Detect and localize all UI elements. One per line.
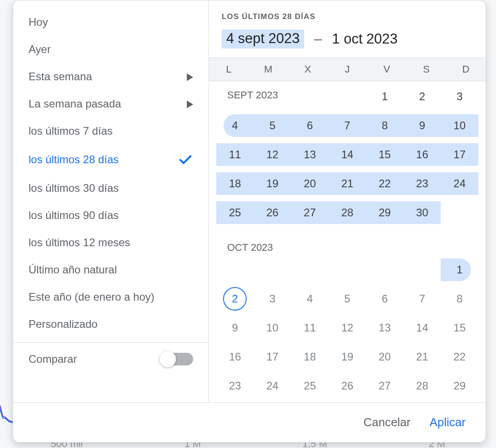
calendar-day-number: 9 <box>419 119 425 132</box>
calendar-day[interactable]: 18 <box>216 169 254 198</box>
calendar-day-number: 14 <box>416 321 428 334</box>
calendar-day-number: 7 <box>419 292 425 305</box>
preset-last-90[interactable]: los últimos 90 días <box>13 202 209 229</box>
calendar-day-number: 6 <box>307 119 313 132</box>
calendar-day-number: 9 <box>232 321 238 334</box>
cancel-button[interactable]: Cancelar <box>360 413 414 432</box>
calendar-day-number: 15 <box>379 148 391 161</box>
calendar-day[interactable]: 15 <box>366 140 404 169</box>
calendar-day[interactable]: 22 <box>366 169 404 198</box>
range-title: LOS ÚLTIMOS 28 DÍAS <box>222 12 473 21</box>
calendar-day[interactable]: 27 <box>291 198 329 227</box>
preset-yesterday[interactable]: Ayer <box>13 36 209 63</box>
calendar-day-number: 22 <box>453 351 466 363</box>
preset-last-12m[interactable]: los últimos 12 meses <box>13 229 209 256</box>
background-chart-fragment <box>0 404 13 425</box>
calendar-day[interactable]: 5 <box>254 111 292 140</box>
calendar-day-number: 17 <box>267 351 279 363</box>
calendar-blank-cell <box>216 255 254 284</box>
preset-this-week[interactable]: Esta semana▶ <box>13 63 209 90</box>
calendar-day[interactable]: 17 <box>441 140 478 169</box>
calendar-day[interactable]: 1 <box>441 255 478 284</box>
calendar-day[interactable]: 28 <box>329 198 366 227</box>
weekday-header-cell: M <box>248 58 288 81</box>
calendar-day[interactable]: 20 <box>291 169 329 198</box>
calendar-day[interactable]: 2 <box>216 284 254 313</box>
calendar-day-number: 27 <box>379 380 391 392</box>
calendar-day-number: 24 <box>267 380 279 392</box>
calendar-day: 5 <box>329 284 366 313</box>
calendar-day[interactable]: 29 <box>366 198 404 227</box>
calendar-day-number: 16 <box>229 351 241 363</box>
calendar-day-number: 29 <box>453 380 466 392</box>
preset-last-30[interactable]: los últimos 30 días <box>13 175 209 202</box>
range-start-date[interactable]: 4 sept 2023 <box>222 29 304 49</box>
calendar-day[interactable]: 26 <box>254 198 292 227</box>
calendar-day[interactable]: 24 <box>441 169 478 198</box>
calendar-day[interactable]: 8 <box>366 111 404 140</box>
calendar-day-number: 1 <box>382 90 388 103</box>
preset-list: HoyAyerEsta semana▶La semana pasada▶los … <box>13 0 209 402</box>
calendar-day[interactable]: 23 <box>404 169 441 198</box>
preset-today[interactable]: Hoy <box>13 9 209 36</box>
range-end-date[interactable]: 1 oct 2023 <box>332 31 398 47</box>
calendar-day: 19 <box>329 342 366 371</box>
calendar-day-number: 1 <box>457 263 462 276</box>
weekday-header-cell: X <box>288 58 327 81</box>
preset-last-7[interactable]: los últimos 7 días <box>13 117 209 145</box>
calendar-day-number: 21 <box>416 351 428 363</box>
calendar-day: 9 <box>216 313 254 342</box>
calendar-day[interactable]: 14 <box>329 140 366 169</box>
preset-label: los últimos 28 días <box>29 153 178 166</box>
calendar-day-number: 17 <box>453 148 466 161</box>
compare-row: Comparar <box>13 342 209 375</box>
calendar-day-number: 26 <box>341 380 354 392</box>
calendar-day-number: 15 <box>453 321 466 334</box>
calendar-day: 14 <box>404 313 441 342</box>
calendar-day[interactable]: 13 <box>291 140 329 169</box>
preset-last-week[interactable]: La semana pasada▶ <box>13 90 209 117</box>
compare-toggle[interactable] <box>160 353 193 365</box>
calendar-day[interactable]: 6 <box>291 111 329 140</box>
calendar-day[interactable]: 9 <box>404 111 441 140</box>
month-grid-oct-2023: 1234567891011121314151617181920212223242… <box>209 255 486 402</box>
calendar-day: 21 <box>404 342 441 371</box>
calendar-day-number: 20 <box>304 177 316 190</box>
dialog-footer: Cancelar Aplicar <box>13 403 486 442</box>
calendar-day[interactable]: 11 <box>216 140 254 169</box>
calendar-day[interactable]: 19 <box>254 169 292 198</box>
calendar-day-number: 3 <box>457 90 462 103</box>
preset-label: Esta semana <box>29 70 187 83</box>
date-range-picker: HoyAyerEsta semana▶La semana pasada▶los … <box>13 0 486 443</box>
calendar-day-number: 23 <box>416 177 428 190</box>
weekday-header-cell: J <box>327 58 367 81</box>
calendar-day: 13 <box>366 313 404 342</box>
preset-last-28[interactable]: los últimos 28 días <box>13 145 209 175</box>
preset-custom[interactable]: Personalizado <box>13 311 209 338</box>
calendar-day[interactable]: 10 <box>441 111 478 140</box>
preset-last-year[interactable]: Último año natural <box>13 256 209 283</box>
calendar-day: 22 <box>441 342 478 371</box>
calendar-day-number: 28 <box>341 206 354 219</box>
calendar-day[interactable]: 7 <box>329 111 366 140</box>
preset-label: Último año natural <box>29 263 193 276</box>
calendar-scroll-area[interactable]: SEPT 20231234567891011121314151617181920… <box>209 81 486 402</box>
calendar-day: 7 <box>404 284 441 313</box>
calendar-day: 12 <box>329 313 366 342</box>
calendar-day-number: 11 <box>229 148 241 161</box>
calendar-day[interactable]: 30 <box>404 198 441 227</box>
calendar-blank-cell <box>329 255 366 284</box>
calendar-day[interactable]: 21 <box>329 169 366 198</box>
calendar-day[interactable]: 12 <box>254 140 292 169</box>
preset-ytd[interactable]: Este año (de enero a hoy) <box>13 283 209 311</box>
calendar-day-number: 10 <box>453 119 466 132</box>
calendar-day-number: 2 <box>419 90 425 103</box>
calendar-day-number: 5 <box>344 292 350 305</box>
calendar-day-number: 26 <box>267 206 279 219</box>
preset-label: los últimos 12 meses <box>29 236 193 249</box>
calendar-day[interactable]: 4 <box>216 111 254 140</box>
calendar-day[interactable]: 16 <box>404 140 441 169</box>
calendar-day-number: 16 <box>416 148 428 161</box>
apply-button[interactable]: Aplicar <box>426 413 469 432</box>
calendar-day[interactable]: 25 <box>216 198 254 227</box>
